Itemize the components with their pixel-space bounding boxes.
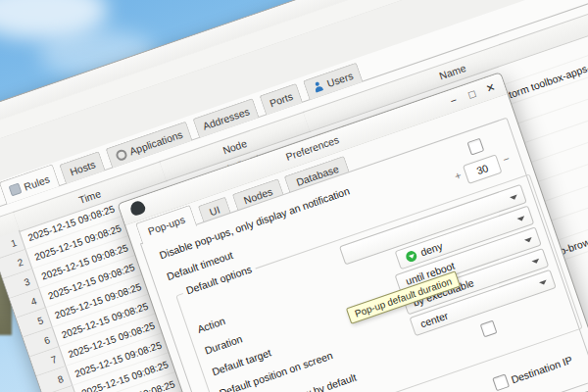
gear-icon <box>114 148 127 162</box>
tab-hosts-label: Hosts <box>69 158 97 177</box>
tab-ports-label: Ports <box>268 90 294 109</box>
tab-rules-label: Rules <box>23 172 51 192</box>
timeout-spinbox[interactable]: 30 <box>463 154 503 184</box>
spin-up-icon[interactable]: + <box>453 169 463 181</box>
action-value: deny <box>419 240 444 259</box>
user-icon <box>312 80 325 94</box>
disable-popups-checkbox[interactable] <box>466 138 484 156</box>
spin-down-icon[interactable]: − <box>501 153 511 166</box>
destination-ip-label: Destination IP <box>510 354 574 386</box>
destination-ip-checkbox[interactable] <box>492 373 510 391</box>
desktop: Rules Hosts Applications Addresses Ports <box>0 0 588 392</box>
tab-addresses-label: Addresses <box>201 105 251 131</box>
tab-users-label: Users <box>325 70 355 89</box>
deny-icon <box>405 249 418 263</box>
rules-icon <box>9 182 23 196</box>
